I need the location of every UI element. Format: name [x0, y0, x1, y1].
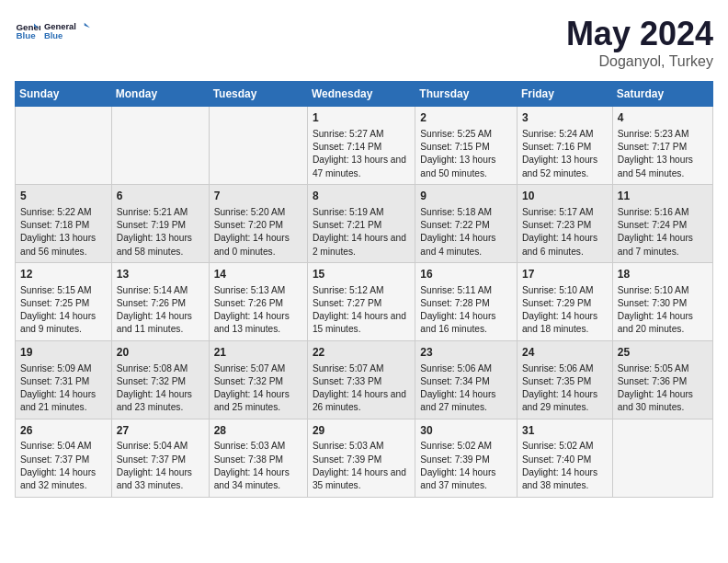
calendar-cell: 30Sunrise: 5:02 AMSunset: 7:39 PMDayligh… — [415, 419, 518, 497]
cell-info: Sunrise: 5:05 AMSunset: 7:36 PMDaylight:… — [618, 362, 708, 415]
day-header-tuesday: Tuesday — [209, 82, 307, 107]
svg-text:General: General — [44, 22, 76, 31]
logo-svg: General Blue — [44, 15, 90, 48]
day-number: 2 — [420, 110, 512, 126]
cell-info: Sunrise: 5:19 AMSunset: 7:21 PMDaylight:… — [313, 206, 410, 259]
cell-info: Sunrise: 5:17 AMSunset: 7:23 PMDaylight:… — [522, 206, 608, 259]
week-row-2: 5Sunrise: 5:22 AMSunset: 7:18 PMDaylight… — [16, 184, 713, 262]
cell-info: Sunrise: 5:04 AMSunset: 7:37 PMDaylight:… — [20, 440, 107, 492]
calendar-cell: 29Sunrise: 5:03 AMSunset: 7:39 PMDayligh… — [307, 419, 415, 497]
day-number: 25 — [618, 345, 708, 361]
calendar-cell: 6Sunrise: 5:21 AMSunset: 7:19 PMDaylight… — [111, 184, 209, 262]
svg-text:Blue: Blue — [16, 30, 36, 40]
day-number: 27 — [117, 423, 204, 439]
cell-info: Sunrise: 5:25 AMSunset: 7:15 PMDaylight:… — [420, 128, 512, 180]
calendar-cell: 4Sunrise: 5:23 AMSunset: 7:17 PMDaylight… — [612, 107, 712, 185]
day-number: 10 — [522, 189, 608, 204]
day-number: 14 — [214, 267, 302, 282]
day-number: 26 — [20, 423, 107, 439]
subtitle: Doganyol, Turkey — [566, 53, 713, 70]
day-number: 20 — [117, 345, 204, 361]
cell-info: Sunrise: 5:06 AMSunset: 7:34 PMDaylight:… — [420, 362, 512, 415]
day-header-thursday: Thursday — [415, 82, 518, 107]
calendar-cell: 25Sunrise: 5:05 AMSunset: 7:36 PMDayligh… — [612, 340, 712, 419]
day-number: 18 — [618, 267, 708, 282]
calendar-cell: 28Sunrise: 5:03 AMSunset: 7:38 PMDayligh… — [209, 419, 307, 497]
week-row-4: 19Sunrise: 5:09 AMSunset: 7:31 PMDayligh… — [16, 340, 713, 419]
cell-info: Sunrise: 5:02 AMSunset: 7:39 PMDaylight:… — [420, 440, 512, 492]
svg-text:Blue: Blue — [44, 31, 63, 40]
day-number: 6 — [117, 189, 204, 204]
cell-info: Sunrise: 5:14 AMSunset: 7:26 PMDaylight:… — [117, 284, 204, 337]
day-number: 1 — [313, 110, 410, 126]
calendar-cell: 12Sunrise: 5:15 AMSunset: 7:25 PMDayligh… — [16, 262, 112, 340]
cell-info: Sunrise: 5:07 AMSunset: 7:32 PMDaylight:… — [214, 362, 302, 415]
cell-info: Sunrise: 5:13 AMSunset: 7:26 PMDaylight:… — [214, 284, 302, 337]
calendar-cell: 19Sunrise: 5:09 AMSunset: 7:31 PMDayligh… — [16, 340, 112, 419]
day-number: 24 — [522, 345, 608, 361]
calendar-cell: 22Sunrise: 5:07 AMSunset: 7:33 PMDayligh… — [307, 340, 415, 419]
day-number: 16 — [420, 267, 512, 282]
cell-info: Sunrise: 5:27 AMSunset: 7:14 PMDaylight:… — [313, 128, 410, 180]
day-number: 13 — [117, 267, 204, 282]
calendar-cell: 31Sunrise: 5:02 AMSunset: 7:40 PMDayligh… — [517, 419, 612, 497]
cell-info: Sunrise: 5:22 AMSunset: 7:18 PMDaylight:… — [20, 206, 107, 259]
cell-info: Sunrise: 5:20 AMSunset: 7:20 PMDaylight:… — [214, 206, 302, 259]
day-number: 11 — [618, 189, 708, 204]
calendar-cell: 8Sunrise: 5:19 AMSunset: 7:21 PMDaylight… — [307, 184, 415, 262]
day-number: 17 — [522, 267, 608, 282]
cell-info: Sunrise: 5:09 AMSunset: 7:31 PMDaylight:… — [20, 362, 107, 415]
main-title: May 2024 — [566, 15, 713, 53]
calendar-cell — [111, 107, 209, 185]
day-number: 28 — [214, 423, 302, 439]
calendar-cell: 13Sunrise: 5:14 AMSunset: 7:26 PMDayligh… — [111, 262, 209, 340]
calendar-cell: 17Sunrise: 5:10 AMSunset: 7:29 PMDayligh… — [517, 262, 612, 340]
calendar-cell: 10Sunrise: 5:17 AMSunset: 7:23 PMDayligh… — [517, 184, 612, 262]
day-number: 23 — [420, 345, 512, 361]
calendar-cell: 20Sunrise: 5:08 AMSunset: 7:32 PMDayligh… — [111, 340, 209, 419]
day-number: 9 — [420, 189, 512, 204]
week-row-5: 26Sunrise: 5:04 AMSunset: 7:37 PMDayligh… — [16, 419, 713, 497]
calendar-cell — [612, 419, 712, 497]
calendar-cell: 14Sunrise: 5:13 AMSunset: 7:26 PMDayligh… — [209, 262, 307, 340]
cell-info: Sunrise: 5:03 AMSunset: 7:39 PMDaylight:… — [313, 440, 410, 492]
calendar-cell: 3Sunrise: 5:24 AMSunset: 7:16 PMDaylight… — [517, 107, 612, 185]
day-header-saturday: Saturday — [612, 82, 712, 107]
day-header-wednesday: Wednesday — [307, 82, 415, 107]
cell-info: Sunrise: 5:07 AMSunset: 7:33 PMDaylight:… — [313, 362, 410, 415]
day-number: 12 — [20, 267, 107, 282]
calendar-cell: 2Sunrise: 5:25 AMSunset: 7:15 PMDaylight… — [415, 107, 518, 185]
day-number: 30 — [420, 423, 512, 439]
page-header: General Blue General Blue May 2024 Dogan… — [15, 15, 713, 70]
calendar-table: SundayMondayTuesdayWednesdayThursdayFrid… — [15, 81, 713, 498]
calendar-cell: 23Sunrise: 5:06 AMSunset: 7:34 PMDayligh… — [415, 340, 518, 419]
day-number: 8 — [313, 189, 410, 204]
cell-info: Sunrise: 5:03 AMSunset: 7:38 PMDaylight:… — [214, 440, 302, 492]
cell-info: Sunrise: 5:18 AMSunset: 7:22 PMDaylight:… — [420, 206, 512, 259]
cell-info: Sunrise: 5:04 AMSunset: 7:37 PMDaylight:… — [117, 440, 204, 492]
cell-info: Sunrise: 5:15 AMSunset: 7:25 PMDaylight:… — [20, 284, 107, 337]
week-row-3: 12Sunrise: 5:15 AMSunset: 7:25 PMDayligh… — [16, 262, 713, 340]
cell-info: Sunrise: 5:06 AMSunset: 7:35 PMDaylight:… — [522, 362, 608, 415]
cell-info: Sunrise: 5:16 AMSunset: 7:24 PMDaylight:… — [618, 206, 708, 259]
calendar-cell: 24Sunrise: 5:06 AMSunset: 7:35 PMDayligh… — [517, 340, 612, 419]
calendar-cell — [209, 107, 307, 185]
day-number: 3 — [522, 110, 608, 126]
logo-icon: General Blue — [15, 18, 40, 44]
cell-info: Sunrise: 5:11 AMSunset: 7:28 PMDaylight:… — [420, 284, 512, 337]
calendar-cell: 21Sunrise: 5:07 AMSunset: 7:32 PMDayligh… — [209, 340, 307, 419]
cell-info: Sunrise: 5:21 AMSunset: 7:19 PMDaylight:… — [117, 206, 204, 259]
calendar-cell — [16, 107, 112, 185]
calendar-cell: 15Sunrise: 5:12 AMSunset: 7:27 PMDayligh… — [307, 262, 415, 340]
cell-info: Sunrise: 5:24 AMSunset: 7:16 PMDaylight:… — [522, 128, 608, 180]
calendar-cell: 18Sunrise: 5:10 AMSunset: 7:30 PMDayligh… — [612, 262, 712, 340]
day-number: 7 — [214, 189, 302, 204]
calendar-cell: 5Sunrise: 5:22 AMSunset: 7:18 PMDaylight… — [16, 184, 112, 262]
calendar-cell: 16Sunrise: 5:11 AMSunset: 7:28 PMDayligh… — [415, 262, 518, 340]
day-header-sunday: Sunday — [16, 82, 112, 107]
calendar-cell: 7Sunrise: 5:20 AMSunset: 7:20 PMDaylight… — [209, 184, 307, 262]
cell-info: Sunrise: 5:10 AMSunset: 7:29 PMDaylight:… — [522, 284, 608, 337]
cell-info: Sunrise: 5:08 AMSunset: 7:32 PMDaylight:… — [117, 362, 204, 415]
logo: General Blue General Blue — [15, 15, 90, 48]
calendar-body: 1Sunrise: 5:27 AMSunset: 7:14 PMDaylight… — [16, 107, 713, 498]
